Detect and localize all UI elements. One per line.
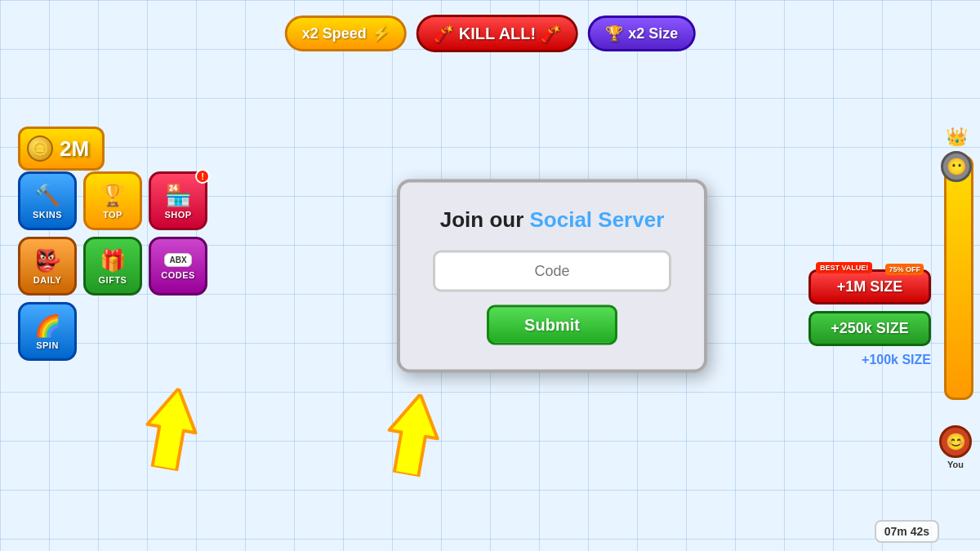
you-player: 😊 You <box>939 425 972 469</box>
spin-button[interactable]: 🌈 SPIN <box>18 302 77 361</box>
shop-panel: BEST VALUE! 75% OFF +1M SIZE +250k SIZE … <box>808 269 931 367</box>
currency-amount: 2M <box>60 136 89 162</box>
player-progress-bar <box>944 155 973 400</box>
shop-badge: ! <box>195 169 210 184</box>
gifts-label: GIFTS <box>99 275 127 285</box>
top-label: TOP <box>103 210 122 220</box>
crown-icon: 👑 <box>946 127 968 148</box>
submit-label: Submit <box>524 315 580 333</box>
player-sidebar: 👑 😶 <box>941 127 972 182</box>
best-value-badge: BEST VALUE! <box>816 262 872 273</box>
skins-icon: 🔨 <box>34 183 60 208</box>
gifts-icon: 🎁 <box>100 248 126 273</box>
size-icon: 🏆 <box>605 24 623 42</box>
kill-label: KILL ALL! <box>459 24 536 43</box>
kill-all-button[interactable]: 🧨 KILL ALL! 🧨 <box>416 15 578 52</box>
size-250k-button[interactable]: +250k SIZE <box>808 311 931 346</box>
timer-display: 07m 42s <box>875 520 939 543</box>
size-100k-label: +100k SIZE <box>862 353 931 367</box>
code-modal: Join our Social Server Submit <box>397 179 707 372</box>
size-1m-label: +1M SIZE <box>837 278 903 295</box>
codes-label: CODES <box>161 270 195 280</box>
size-label: x2 Size <box>628 25 678 42</box>
size-button[interactable]: 🏆 x2 Size <box>588 16 695 51</box>
speed-label: x2 Speed <box>302 25 367 42</box>
submit-button[interactable]: Submit <box>487 304 618 344</box>
modal-title-highlight: Social Server <box>530 207 665 231</box>
speed-button[interactable]: x2 Speed ⚡ <box>285 16 407 51</box>
svg-marker-0 <box>140 384 203 473</box>
lightning-icon: ⚡ <box>372 24 390 42</box>
codes-button[interactable]: ABX CODES <box>149 237 207 295</box>
svg-marker-1 <box>382 390 444 479</box>
dynamite-icon-right: 🧨 <box>541 24 561 43</box>
skins-button[interactable]: 🔨 SKINS <box>18 171 77 230</box>
discount-badge: 75% OFF <box>885 264 924 275</box>
code-input[interactable] <box>433 250 671 291</box>
shop-button[interactable]: ! 🏪 SHOP <box>149 171 207 230</box>
daily-label: DAILY <box>33 275 62 285</box>
top-bar: x2 Speed ⚡ 🧨 KILL ALL! 🧨 🏆 x2 Size <box>285 15 696 52</box>
spin-label: SPIN <box>36 340 59 350</box>
top-button[interactable]: 🏆 TOP <box>83 171 142 230</box>
skins-label: SKINS <box>33 210 62 220</box>
spin-icon: 🌈 <box>34 313 60 339</box>
size-1m-button[interactable]: BEST VALUE! 75% OFF +1M SIZE <box>808 269 931 304</box>
modal-title: Join our Social Server <box>433 207 671 232</box>
shop-label: SHOP <box>164 210 191 220</box>
shop-icon: 🏪 <box>165 183 191 208</box>
timer-label: 07m 42s <box>884 525 929 538</box>
daily-button[interactable]: 👺 DAILY <box>18 237 77 295</box>
you-label: You <box>947 460 964 469</box>
gifts-button[interactable]: 🎁 GIFTS <box>83 237 142 295</box>
codes-abx: ABX <box>164 253 191 267</box>
left-panel: 🔨 SKINS 🏆 TOP ! 🏪 SHOP 👺 DAILY 🎁 GIFTS A… <box>18 171 207 361</box>
daily-icon: 👺 <box>34 248 60 273</box>
size-100k-button[interactable]: +100k SIZE <box>862 353 931 367</box>
coin-icon: 🪙 <box>27 136 53 162</box>
top-player-avatar: 😶 <box>941 151 972 182</box>
dynamite-icon-left: 🧨 <box>434 24 454 43</box>
size-250k-label: +250k SIZE <box>831 320 909 336</box>
modal-title-text: Join our <box>440 207 530 231</box>
you-avatar: 😊 <box>939 425 972 458</box>
currency-display: 🪙 2M <box>18 127 105 171</box>
top-icon: 🏆 <box>100 183 126 208</box>
